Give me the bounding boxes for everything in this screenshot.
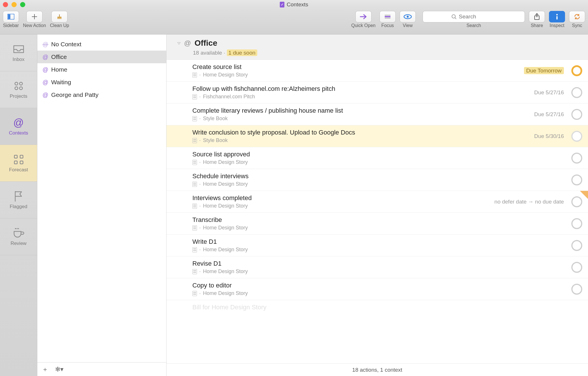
svg-point-20 (15, 82, 18, 85)
note-icon (192, 138, 197, 143)
context-item-label: Waiting (51, 79, 71, 86)
task-project: Home Design Story (203, 225, 248, 231)
context-item[interactable]: @Office (37, 51, 166, 63)
rail-item-projects[interactable]: Projects (0, 71, 37, 108)
task-title: Revise D1 (192, 260, 581, 267)
arrow-right-icon (360, 14, 367, 19)
rail-label: Projects (10, 93, 27, 99)
sidebar-toggle-button[interactable] (3, 11, 19, 22)
titlebar: ✓ Contexts (0, 0, 588, 9)
quick-open-label: Quick Open (351, 23, 376, 28)
rail-item-forecast[interactable]: Forecast (0, 145, 37, 182)
rail-item-review[interactable]: Review (0, 218, 37, 255)
svg-point-21 (20, 82, 22, 85)
minimize-window-button[interactable] (11, 2, 17, 7)
eye-icon (403, 14, 412, 19)
context-item[interactable]: @Waiting (37, 76, 166, 89)
rail-item-inbox[interactable]: Inbox (0, 34, 37, 71)
window-title-text: Contexts (287, 1, 308, 8)
task-row[interactable]: Write conclusion to style proposal. Uplo… (167, 125, 588, 147)
completion-circle[interactable] (571, 284, 582, 295)
search-input[interactable] (459, 14, 496, 20)
close-window-button[interactable] (3, 2, 8, 7)
context-item[interactable]: @George and Patty (37, 89, 166, 101)
search-field[interactable] (423, 11, 525, 22)
note-icon (192, 116, 197, 121)
note-icon (192, 247, 197, 252)
context-title: Office (194, 39, 217, 48)
task-row[interactable]: Create source list·Home Design StoryDue … (167, 60, 588, 82)
context-settings-button[interactable]: ✻▾ (55, 366, 63, 373)
completion-circle[interactable] (571, 218, 582, 229)
completion-circle[interactable] (571, 174, 582, 185)
task-project: Home Design Story (203, 290, 248, 296)
task-project: Home Design Story (203, 247, 248, 253)
task-row[interactable]: Revise D1·Home Design Story (167, 256, 588, 278)
context-item-label: No Context (51, 41, 81, 48)
maximize-window-button[interactable] (20, 2, 25, 7)
task-meta: ·Home Design Story (192, 268, 581, 275)
sync-icon (574, 13, 581, 20)
add-context-button[interactable]: ＋ (42, 365, 48, 374)
search-icon (451, 14, 457, 19)
task-title: Source list approved (192, 151, 581, 158)
task-project: Home Design Story (203, 203, 248, 209)
completion-circle[interactable] (571, 109, 582, 120)
focus-button[interactable] (380, 11, 396, 22)
task-meta: ·Home Design Story (192, 225, 581, 231)
task-project: Home Design Story (203, 268, 248, 275)
task-row[interactable]: Transcribe·Home Design Story (167, 213, 588, 235)
quick-open-button[interactable] (355, 11, 372, 22)
context-item[interactable]: @No Context (37, 38, 166, 51)
clean-up-button[interactable] (51, 11, 67, 22)
svg-point-23 (20, 87, 22, 90)
svg-rect-27 (20, 161, 23, 164)
svg-point-18 (556, 14, 558, 16)
context-item-label: Office (51, 53, 67, 60)
completion-circle[interactable] (571, 153, 582, 164)
perspective-rail: Inbox Projects @ Contexts Forecast Flagg… (0, 34, 37, 376)
at-icon: @ (13, 117, 24, 128)
context-item-label: Home (51, 66, 67, 73)
task-title: Write conclusion to style proposal. Uplo… (192, 129, 581, 136)
task-row[interactable]: Interviews completed·Home Design Storyno… (167, 191, 588, 213)
sync-button[interactable] (569, 11, 585, 22)
at-icon: @ (42, 92, 48, 98)
task-row[interactable]: Source list approved·Home Design Story (167, 147, 588, 169)
at-icon: @ (42, 79, 48, 86)
inspect-button[interactable] (549, 11, 565, 22)
completion-circle[interactable] (571, 65, 582, 76)
task-row[interactable]: Schedule interviews·Home Design Story (167, 169, 588, 191)
note-icon (192, 72, 197, 78)
collapse-toggle[interactable]: ▽ (177, 41, 181, 45)
task-row[interactable]: Write D1·Home Design Story (167, 235, 588, 256)
content-header: ▽ @ Office 18 available · 1 due soon (167, 34, 588, 60)
task-row[interactable]: Follow up with fishchannel.com re:Alzhei… (167, 82, 588, 103)
rail-item-flagged[interactable]: Flagged (0, 182, 37, 218)
completion-circle[interactable] (571, 262, 582, 273)
faded-task-row: Bill for Home Design Story (167, 300, 588, 314)
new-action-button[interactable] (26, 11, 42, 22)
inbox-icon (13, 43, 24, 55)
completion-circle[interactable] (571, 131, 582, 142)
focus-icon (384, 14, 391, 19)
svg-line-15 (455, 18, 456, 19)
note-icon (192, 269, 197, 274)
rail-item-contexts[interactable]: @ Contexts (0, 108, 37, 145)
forecast-icon (13, 154, 24, 165)
view-button[interactable] (400, 11, 416, 22)
svg-rect-26 (14, 161, 17, 164)
toolbar: Sidebar New Action Clean Up Quick Open (0, 9, 588, 34)
completion-circle[interactable] (571, 240, 582, 251)
share-button[interactable] (529, 11, 545, 22)
window-title: ✓ Contexts (280, 1, 308, 8)
task-list[interactable]: Create source list·Home Design StoryDue … (167, 60, 588, 363)
task-project: Home Design Story (203, 181, 248, 187)
context-item[interactable]: @Home (37, 63, 166, 76)
note-icon (192, 225, 197, 231)
completion-circle[interactable] (571, 87, 582, 98)
task-row[interactable]: Copy to editor·Home Design Story (167, 278, 588, 300)
task-row[interactable]: Complete literary reviews / publishing h… (167, 103, 588, 125)
traffic-lights (3, 2, 25, 7)
task-meta: ·Fishchannel.com Pitch (192, 94, 581, 100)
